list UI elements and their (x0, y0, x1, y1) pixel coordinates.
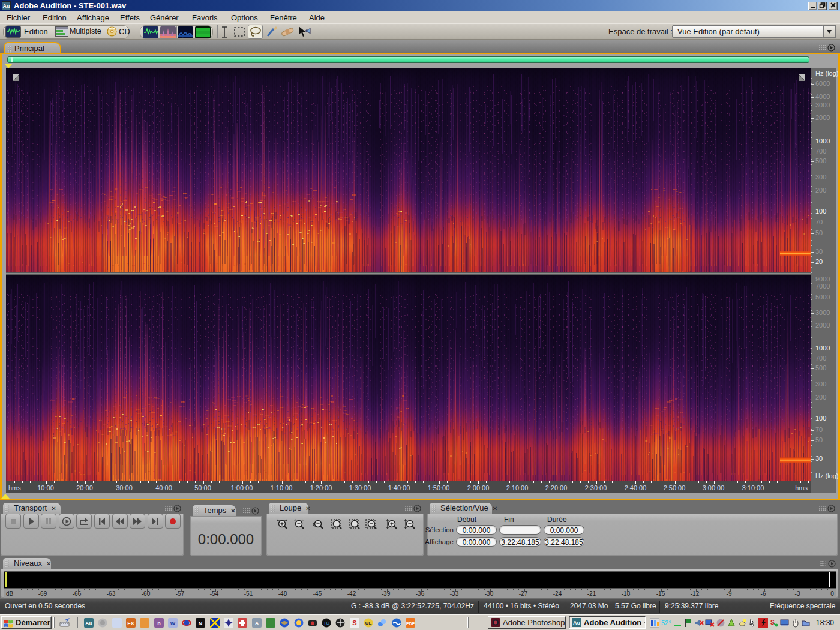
svg-text:W: W (170, 620, 176, 626)
svg-text:FX: FX (127, 620, 134, 626)
svg-text:52°: 52° (661, 619, 671, 626)
svg-text:PDF: PDF (406, 622, 415, 626)
svg-text:A: A (254, 620, 259, 626)
svg-text:UE: UE (365, 620, 372, 626)
svg-text:Au: Au (85, 620, 92, 626)
svg-text:N: N (199, 620, 203, 626)
svg-text:S: S (770, 619, 775, 626)
svg-text:Au: Au (573, 620, 580, 626)
svg-text:n: n (157, 620, 161, 626)
svg-text:S: S (352, 619, 356, 626)
svg-text:TC: TC (323, 621, 329, 625)
